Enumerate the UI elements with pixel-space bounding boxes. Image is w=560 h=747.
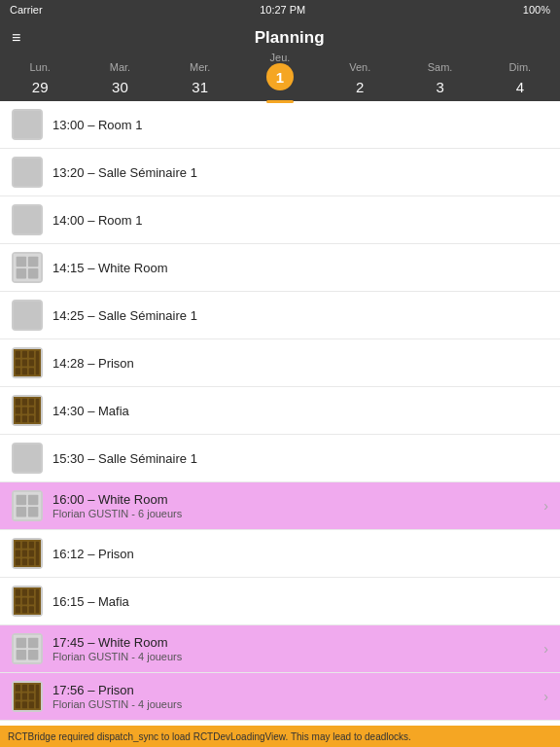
schedule-row: 14:30 – Mafia [0, 387, 560, 435]
white-room-icon [12, 633, 43, 664]
svg-rect-73 [29, 701, 34, 708]
item-content: 14:30 – Mafia [52, 404, 548, 418]
item-content: 13:20 – Salle Séminaire 1 [52, 165, 548, 180]
svg-rect-15 [29, 360, 34, 367]
prison-icon [12, 347, 43, 378]
day-name: Ven. [349, 61, 370, 73]
day-col-30[interactable]: Mar.30 [90, 61, 149, 100]
white-room-icon [12, 252, 43, 283]
prison-icon [12, 395, 43, 426]
svg-rect-62 [17, 650, 27, 660]
day-name: Lun. [29, 61, 50, 73]
svg-rect-27 [16, 415, 20, 422]
item-title: 14:30 – Mafia [52, 404, 548, 418]
svg-rect-4 [17, 257, 27, 267]
schedule-row[interactable]: 16:00 – White RoomFlorian GUSTIN - 6 jou… [0, 482, 560, 530]
day-number[interactable]: 31 [187, 73, 214, 100]
day-number[interactable]: 29 [26, 73, 53, 100]
svg-rect-25 [22, 408, 27, 414]
item-subtitle: Florian GUSTIN - 6 joueurs [52, 508, 538, 519]
item-content: 17:56 – PrisonFlorian GUSTIN - 4 joueurs [52, 683, 538, 710]
day-number[interactable]: 1 [266, 63, 294, 90]
day-col-31[interactable]: Mer.31 [171, 61, 229, 100]
svg-rect-35 [17, 507, 27, 517]
day-col-29[interactable]: Lun.29 [11, 61, 69, 100]
svg-rect-18 [29, 368, 34, 374]
item-content: 17:45 – White RoomFlorian GUSTIN - 4 jou… [52, 635, 538, 662]
svg-rect-17 [22, 368, 27, 374]
item-title: 15:30 – Salle Séminaire 1 [52, 451, 548, 466]
day-col-1[interactable]: Jeu.1 [251, 52, 309, 110]
svg-rect-55 [16, 606, 20, 613]
schedule-row: 14:28 – Prison [0, 339, 560, 387]
day-col-2[interactable]: Ven.2 [331, 61, 389, 100]
item-title: 14:25 – Salle Séminaire 1 [52, 308, 548, 323]
prison-icon [12, 586, 43, 617]
svg-rect-29 [29, 415, 34, 422]
day-col-4[interactable]: Dim.4 [491, 61, 549, 100]
grey-room-icon [12, 443, 43, 474]
day-name: Mer. [190, 61, 210, 73]
item-title: 14:00 – Room 1 [52, 213, 548, 228]
svg-rect-39 [22, 542, 27, 549]
item-title: 14:15 – White Room [52, 261, 548, 275]
day-number[interactable]: 4 [507, 73, 534, 100]
svg-rect-38 [16, 542, 20, 549]
svg-rect-52 [16, 598, 20, 605]
day-number[interactable]: 2 [346, 73, 373, 100]
warning-text: RCTBridge required dispatch_sync to load… [8, 731, 411, 742]
svg-rect-28 [22, 415, 27, 422]
item-title: 14:28 – Prison [52, 356, 548, 371]
svg-rect-50 [22, 589, 27, 596]
svg-rect-6 [17, 268, 27, 279]
warning-bar: RCTBridge required dispatch_sync to load… [0, 726, 560, 747]
item-title: 16:15 – Mafia [52, 594, 548, 609]
item-content: 13:00 – Room 1 [52, 118, 548, 132]
svg-rect-71 [16, 701, 20, 708]
time-label: 10:27 PM [260, 4, 305, 16]
svg-rect-45 [22, 558, 27, 565]
grey-room-icon [12, 157, 43, 188]
svg-rect-60 [17, 638, 27, 649]
grey-room-icon [12, 204, 43, 235]
svg-rect-51 [29, 589, 34, 596]
svg-rect-70 [29, 694, 34, 700]
svg-rect-19 [36, 351, 40, 375]
item-content: 14:15 – White Room [52, 261, 548, 275]
svg-rect-36 [28, 507, 39, 517]
schedule-row[interactable]: 17:45 – White RoomFlorian GUSTIN - 4 jou… [0, 625, 560, 673]
svg-rect-22 [22, 399, 27, 406]
chevron-right-icon: › [543, 689, 548, 704]
day-number[interactable]: 30 [106, 73, 133, 100]
item-content: 14:28 – Prison [52, 356, 548, 371]
schedule-row: 14:00 – Room 1 [0, 196, 560, 244]
svg-rect-7 [28, 268, 39, 279]
today-indicator [266, 100, 294, 103]
svg-rect-10 [16, 351, 20, 358]
svg-rect-46 [29, 558, 34, 565]
svg-rect-53 [22, 598, 27, 605]
menu-icon[interactable]: ≡ [12, 29, 20, 47]
svg-rect-11 [22, 351, 27, 358]
svg-rect-56 [22, 606, 27, 613]
item-content: 15:30 – Salle Séminaire 1 [52, 451, 548, 466]
schedule-list[interactable]: 13:00 – Room 1 13:20 – Salle Séminaire 1… [0, 101, 560, 726]
schedule-row: 16:15 – Mafia [0, 578, 560, 625]
schedule-row[interactable]: 17:56 – PrisonFlorian GUSTIN - 4 joueurs… [0, 673, 560, 721]
item-title: 16:12 – Prison [52, 547, 548, 561]
item-title: 17:45 – White Room [52, 635, 538, 650]
svg-rect-21 [16, 399, 20, 406]
svg-rect-2 [14, 206, 41, 233]
svg-rect-30 [36, 399, 40, 423]
svg-rect-43 [29, 551, 34, 557]
day-number[interactable]: 3 [427, 73, 454, 100]
day-col-3[interactable]: Sam.3 [411, 61, 470, 100]
svg-rect-13 [16, 360, 20, 367]
prison-icon [12, 538, 43, 569]
svg-rect-5 [28, 257, 39, 267]
grey-room-icon [12, 300, 43, 331]
schedule-row: 13:20 – Salle Séminaire 1 [0, 149, 560, 196]
svg-rect-41 [16, 551, 20, 557]
prison-icon [12, 681, 43, 712]
svg-rect-69 [22, 694, 27, 700]
